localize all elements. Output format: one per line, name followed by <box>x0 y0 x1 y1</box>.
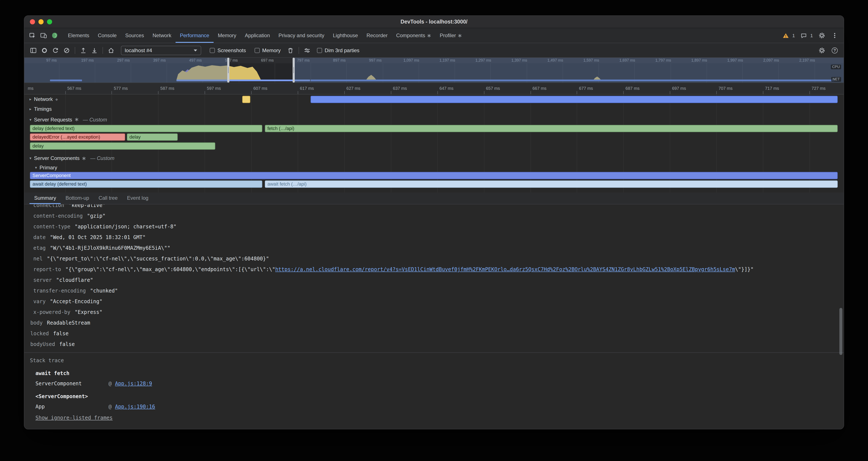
panel-settings-button[interactable] <box>816 45 828 56</box>
tab-memory[interactable]: Memory <box>214 28 241 43</box>
await-bar[interactable]: await fetch (…/api) <box>265 180 838 188</box>
dim-3rd-parties-checkbox[interactable]: Dim 3rd parties <box>317 47 360 53</box>
server-request-bar[interactable]: fetch (…/api) <box>265 125 838 132</box>
detail-tab-event-log[interactable]: Event log <box>122 193 153 204</box>
ruler-label: 607 ms <box>253 86 268 91</box>
settings-button[interactable] <box>816 30 828 41</box>
ruler-tick <box>158 91 159 94</box>
inspect-button[interactable] <box>27 30 38 41</box>
clear-button[interactable] <box>61 45 72 56</box>
history-select[interactable]: localhost #4 <box>121 46 201 55</box>
property-value: "Wed, 01 Oct 2025 18:32:01 GMT" <box>50 234 146 240</box>
network-track-header[interactable]: ▸ Network ◆ <box>24 94 844 104</box>
source-location-link[interactable]: App.js:190:16 <box>115 402 155 412</box>
property-value: "application/json; charset=utf-8" <box>74 224 177 230</box>
collapsed-triangle-icon: ▸ <box>29 107 31 111</box>
server-requests-track-header[interactable]: ▾ Server Requests — Custom <box>24 114 844 125</box>
message-bubble-icon <box>801 32 807 39</box>
server-request-bar[interactable]: delay <box>127 134 178 141</box>
timeline-ruler: ms 567 ms577 ms587 ms597 ms607 ms617 ms6… <box>24 83 844 94</box>
expanded-triangle-icon: ▾ <box>35 165 37 170</box>
cpu-lane-label: CPU <box>831 64 841 69</box>
tab-performance[interactable]: Performance <box>176 28 213 43</box>
property-name: vary <box>33 298 46 305</box>
ruler-tick <box>391 91 391 94</box>
capture-settings-button[interactable] <box>302 45 313 56</box>
screenshots-checkbox[interactable]: Screenshots <box>210 47 246 53</box>
more-options-button[interactable] <box>829 30 840 41</box>
collapsed-triangle-icon: ▸ <box>29 97 31 102</box>
show-ignore-listed-frames-link[interactable]: Show ignore-listed frames <box>35 413 113 423</box>
property-row: bodyReadableStream <box>24 318 844 328</box>
device-toolbar-button[interactable] <box>38 30 49 41</box>
tab-components[interactable]: Components <box>392 28 435 43</box>
primary-group-header[interactable]: ▾ Primary <box>24 163 844 172</box>
detail-tab-summary[interactable]: Summary <box>29 193 61 204</box>
tab-application[interactable]: Application <box>241 28 274 43</box>
track-label: Server Requests <box>34 117 72 122</box>
server-request-bar[interactable]: delay <box>30 142 215 150</box>
load-profile-button[interactable] <box>89 45 100 56</box>
detail-tab-bottom-up[interactable]: Bottom-up <box>61 193 94 204</box>
tab-label: Network <box>153 32 171 38</box>
close-button[interactable] <box>30 19 35 24</box>
ruler-label: 717 ms <box>765 86 779 91</box>
overview-window-right-handle[interactable] <box>292 58 295 83</box>
help-button[interactable]: ? <box>829 45 840 56</box>
overview-dim-right <box>295 58 844 83</box>
reload-and-record-button[interactable] <box>50 45 61 56</box>
detail-tab-call-tree[interactable]: Call tree <box>94 193 122 204</box>
live-metrics-button[interactable] <box>105 45 117 56</box>
property-row: report-to"{\"group\":\"cf-nel\",\"max_ag… <box>24 264 844 275</box>
message-count: 1 <box>810 33 813 38</box>
details-scrollbar-thumb[interactable] <box>839 308 842 355</box>
server-component-bar[interactable]: ServerComponent <box>30 172 838 179</box>
extension-button[interactable] <box>49 30 60 41</box>
property-value: "Accept-Encoding" <box>50 298 102 305</box>
tab-network[interactable]: Network <box>148 28 176 43</box>
ruler-label: 617 ms <box>300 86 314 91</box>
record-button[interactable] <box>39 45 50 56</box>
tab-elements[interactable]: Elements <box>64 28 94 43</box>
timings-track-header[interactable]: ▸ Timings <box>24 104 844 114</box>
tab-sources[interactable]: Sources <box>121 28 148 43</box>
property-value: \"}]}" <box>735 266 754 272</box>
tab-privacy-and-security[interactable]: Privacy and security <box>274 28 329 43</box>
timeline-overview[interactable]: 97 ms197 ms297 ms397 ms497 ms597 ms697 m… <box>24 58 844 83</box>
flame-chart[interactable]: ▸ Network ◆ ▸ Timings ▾ Server Requests <box>24 94 844 193</box>
save-profile-button[interactable] <box>78 45 89 56</box>
server-components-track-header[interactable]: ▾ Server Components — Custom <box>24 153 844 163</box>
overview-dim-left <box>24 58 228 83</box>
report-url-link[interactable]: https://a.nel.cloudflare.com/report/v4?s… <box>275 266 735 272</box>
garbage-collect-button[interactable] <box>285 45 296 56</box>
tab-console[interactable]: Console <box>94 28 121 43</box>
minimize-button[interactable] <box>38 19 43 24</box>
custom-track-suffix: — Custom <box>90 155 115 161</box>
issues-button[interactable] <box>780 30 792 41</box>
server-request-bar[interactable]: delay (deferred text) <box>30 125 262 132</box>
device-toolbar-icon <box>40 32 47 39</box>
messages-button[interactable] <box>798 30 809 41</box>
window-controls <box>30 19 52 24</box>
tab-recorder[interactable]: Recorder <box>362 28 392 43</box>
tab-lighthouse[interactable]: Lighthouse <box>329 28 362 43</box>
track-label: Network <box>34 96 53 102</box>
extension-badge-icon <box>458 34 462 37</box>
extension-badge-icon <box>75 118 79 121</box>
overview-window-left-handle[interactable] <box>227 58 229 83</box>
toolbar-separator <box>102 47 103 54</box>
ruler-label: 627 ms <box>346 86 361 91</box>
await-bar[interactable]: await delay (deferred text) <box>30 180 262 188</box>
tab-profiler[interactable]: Profiler <box>435 28 466 43</box>
tab-label: Recorder <box>367 32 388 38</box>
checkbox-label: Screenshots <box>217 47 246 53</box>
toggle-sidebar-button[interactable] <box>28 45 39 56</box>
checkbox-box <box>254 48 259 53</box>
server-request-error-bar[interactable]: delayedError (…ayed exception) <box>30 134 125 141</box>
desktop: DevTools - localhost:3000/ ElementsConso… <box>0 0 868 461</box>
source-location-link[interactable]: App.js:128:9 <box>115 378 152 389</box>
memory-checkbox[interactable]: Memory <box>254 47 281 53</box>
zoom-button[interactable] <box>47 19 52 24</box>
ruler-label: 677 ms <box>579 86 593 91</box>
overview-time-label: 697 ms <box>261 58 274 62</box>
